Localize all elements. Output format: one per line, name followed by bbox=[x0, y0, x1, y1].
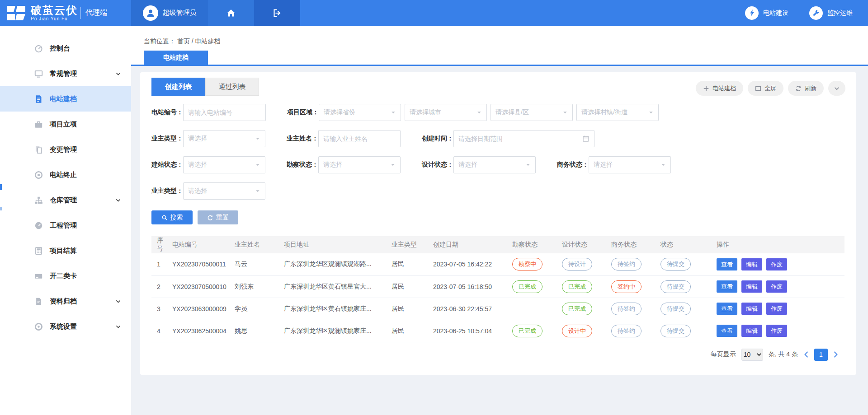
chevron-down-icon bbox=[115, 197, 121, 203]
toolbar: 电站建档全屏刷新 bbox=[696, 81, 845, 96]
cell-type: 居民 bbox=[386, 253, 428, 275]
status-badge: 待设计 bbox=[562, 258, 592, 270]
cell-owner: 姚思 bbox=[229, 320, 278, 342]
prev-page-button[interactable] bbox=[803, 351, 809, 358]
void-button[interactable]: 作废 bbox=[766, 325, 787, 337]
status-badge: 待提交 bbox=[660, 280, 691, 293]
cell-station-no: YX2023070500010 bbox=[167, 275, 229, 298]
divider bbox=[80, 7, 81, 19]
build-status-select[interactable]: 请选择 bbox=[183, 156, 265, 173]
owner-type-select[interactable]: 请选择 bbox=[183, 130, 265, 147]
page-number[interactable]: 1 bbox=[814, 349, 828, 361]
topbar-nav-monitor-ops[interactable]: 监控运维 bbox=[809, 6, 853, 20]
lightning-icon bbox=[745, 6, 759, 20]
table-row: 2YX2023070500010刘强东广东深圳龙华区黄石镇星官大...居民202… bbox=[151, 275, 844, 298]
caret-down-icon bbox=[255, 188, 260, 194]
build-status-label: 建站状态： bbox=[151, 161, 181, 169]
sidebar-item-general-mgmt[interactable]: 常规管理 bbox=[0, 61, 131, 86]
briefcase-icon bbox=[34, 120, 43, 129]
cell-status: 待提交 bbox=[655, 253, 711, 275]
edit-button[interactable]: 编辑 bbox=[741, 280, 762, 293]
sidebar-item-project-setup[interactable]: 项目立项 bbox=[0, 112, 131, 137]
sidebar-item-type2-card[interactable]: 开二类卡 bbox=[0, 263, 131, 289]
chevron-down-icon bbox=[115, 71, 121, 77]
pagination: 每页显示 10 条, 共 4 条 1 bbox=[151, 349, 844, 361]
search-button[interactable]: 搜索 bbox=[151, 210, 193, 224]
district-select[interactable]: 请选择县/区 bbox=[491, 104, 573, 121]
reset-icon bbox=[207, 214, 213, 221]
owner-name-input[interactable] bbox=[318, 130, 401, 147]
logout-button[interactable] bbox=[254, 0, 300, 26]
void-button[interactable]: 作废 bbox=[766, 280, 787, 293]
cell-actions: 查看编辑作废 bbox=[711, 253, 844, 275]
view-button[interactable]: 查看 bbox=[717, 303, 737, 315]
list-tab-1[interactable]: 通过列表 bbox=[205, 78, 259, 96]
date-range-input[interactable] bbox=[458, 135, 571, 142]
topbar-nav: 电站建设监控运维 bbox=[745, 0, 868, 26]
void-button[interactable]: 作废 bbox=[766, 303, 787, 315]
city-select[interactable]: 请选择城市 bbox=[405, 104, 487, 121]
sidebar-item-station-archive[interactable]: 电站建档 bbox=[0, 86, 131, 112]
dashboard-icon bbox=[34, 44, 43, 53]
sidebar-item-settlement[interactable]: 项目结算 bbox=[0, 238, 131, 263]
sitemap-icon bbox=[34, 196, 43, 205]
sidebar-item-station-stop[interactable]: 电站终止 bbox=[0, 162, 131, 187]
plus-icon bbox=[703, 85, 709, 92]
sidebar-item-console[interactable]: 控制台 bbox=[0, 36, 131, 61]
card-icon bbox=[34, 272, 43, 280]
home-button[interactable] bbox=[208, 0, 254, 26]
list-tab-0[interactable]: 创建列表 bbox=[151, 78, 205, 96]
reset-button[interactable]: 重置 bbox=[198, 210, 238, 224]
void-button[interactable]: 作废 bbox=[766, 258, 787, 270]
search-icon bbox=[161, 214, 168, 221]
caret-down-icon bbox=[648, 110, 654, 115]
refresh-button[interactable]: 刷新 bbox=[788, 81, 824, 96]
collapse-button[interactable] bbox=[828, 81, 845, 96]
business-status-select[interactable]: 请选择 bbox=[589, 156, 671, 173]
copy-icon bbox=[34, 145, 43, 154]
view-button[interactable]: 查看 bbox=[717, 258, 737, 270]
station-no-input[interactable] bbox=[183, 104, 266, 121]
cell-created: 2023-07-05 16:18:50 bbox=[428, 275, 507, 298]
sidebar-item-engineering[interactable]: 工程管理 bbox=[0, 213, 131, 238]
view-button[interactable]: 查看 bbox=[717, 325, 737, 337]
status-badge: 签约中 bbox=[611, 280, 642, 293]
cell-type: 居民 bbox=[386, 275, 428, 298]
sidebar-item-system-settings[interactable]: 系统设置 bbox=[0, 314, 131, 339]
page-size-select[interactable]: 10 bbox=[741, 349, 763, 361]
design-status-select[interactable]: 请选择 bbox=[453, 156, 536, 173]
survey-status-select[interactable]: 请选择 bbox=[318, 156, 401, 173]
edit-button[interactable]: 编辑 bbox=[741, 325, 762, 337]
owner-type2-select[interactable]: 请选择 bbox=[183, 182, 265, 200]
status-badge: 已完成 bbox=[562, 280, 592, 293]
user-menu[interactable]: 超级管理员 bbox=[131, 0, 208, 26]
fullscreen-button[interactable]: 全屏 bbox=[748, 81, 783, 96]
breadcrumb: 当前位置： 首页 / 电站建档 bbox=[144, 37, 221, 46]
column-header: 操作 bbox=[711, 236, 844, 253]
cell-business: 待签约 bbox=[606, 298, 655, 320]
topbar-nav-station-build[interactable]: 电站建设 bbox=[745, 6, 788, 20]
sidebar-item-data-archive[interactable]: 资料归档 bbox=[0, 289, 131, 314]
table-row: 4YX2023062500004姚思广东深圳龙华区观澜镇姚家庄...居民2023… bbox=[151, 320, 844, 342]
total-label: 条, 共 4 条 bbox=[769, 350, 798, 359]
create-station-button[interactable]: 电站建档 bbox=[696, 81, 743, 96]
archive-icon bbox=[34, 297, 43, 306]
sidebar-item-warehouse-mgmt[interactable]: 仓库管理 bbox=[0, 187, 131, 213]
column-header: 业主类型 bbox=[386, 236, 428, 253]
table-row: 1YX2023070500011马云广东深圳龙华区观澜镇观湖路...居民2023… bbox=[151, 253, 844, 275]
cell-station-no: YX2023070500011 bbox=[167, 253, 229, 275]
date-range-picker[interactable] bbox=[453, 130, 594, 147]
next-page-button[interactable] bbox=[833, 351, 839, 358]
street-select[interactable]: 请选择村镇/街道 bbox=[576, 104, 659, 121]
user-name: 超级管理员 bbox=[163, 9, 197, 17]
calendar-icon bbox=[582, 135, 590, 142]
cell-address: 广东深圳龙华区黄石镇姚家庄... bbox=[278, 298, 386, 320]
edit-button[interactable]: 编辑 bbox=[741, 258, 762, 270]
view-button[interactable]: 查看 bbox=[717, 280, 737, 293]
sidebar-item-change-mgmt[interactable]: 变更管理 bbox=[0, 137, 131, 162]
brand-name: 破茧云伏 bbox=[31, 5, 78, 16]
design-status-label: 设计状态： bbox=[422, 161, 451, 169]
edit-button[interactable]: 编辑 bbox=[741, 303, 762, 315]
page-tab[interactable]: 电站建档 bbox=[144, 51, 208, 65]
province-select[interactable]: 请选择省份 bbox=[319, 104, 401, 121]
